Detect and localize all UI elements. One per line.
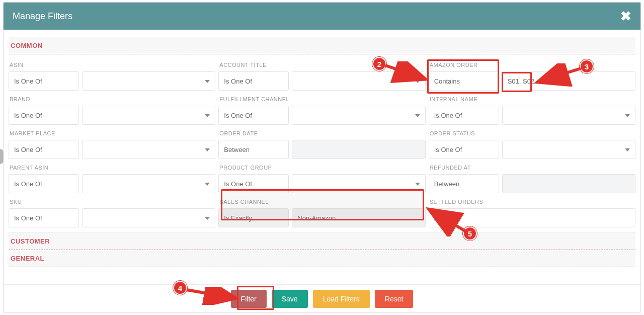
label-amazon-order: AMAZON ORDER — [429, 58, 635, 69]
label-sales-channel: SALES CHANNEL — [218, 195, 425, 206]
label-account-title: ACCOUNT TITLE — [218, 58, 425, 69]
section-customer[interactable]: CUSTOMER — [9, 232, 635, 250]
save-button[interactable]: Save — [272, 290, 308, 308]
label-product-group: PRODUCT GROUP — [218, 161, 425, 172]
load-filters-button[interactable]: Load Filters — [313, 290, 370, 308]
order-date-operator-select[interactable]: Between — [218, 140, 289, 159]
order-status-operator-select[interactable]: Is One Of — [429, 140, 499, 159]
refunded-at-operator-select[interactable]: Between — [429, 174, 499, 193]
side-tab[interactable] — [0, 149, 4, 164]
column-2: ACCOUNT TITLE Is One Of FULFILLMENT CHAN… — [218, 58, 425, 227]
chevron-down-icon — [415, 80, 420, 83]
fulfillment-channel-value-select[interactable] — [292, 106, 425, 125]
chevron-down-icon — [415, 183, 420, 186]
product-group-operator-select[interactable]: Is One Of — [218, 174, 289, 193]
label-fulfillment-channel: FULFILLMENT CHANNEL — [218, 93, 425, 104]
parent-asin-operator-select[interactable]: Is One Of — [9, 174, 79, 193]
chevron-down-icon — [205, 217, 210, 220]
modal-header: Manage Filters ✖ — [4, 3, 640, 30]
account-title-operator-select[interactable]: Is One Of — [218, 71, 289, 91]
refunded-at-value-input[interactable] — [502, 174, 635, 193]
chevron-down-icon — [205, 80, 210, 83]
section-general[interactable]: GENERAL — [9, 250, 635, 267]
product-group-value-select[interactable] — [292, 174, 425, 193]
chevron-down-icon — [205, 148, 210, 151]
label-internal-name: INTERNAL NAME — [429, 93, 635, 104]
brand-value-select[interactable] — [82, 106, 215, 125]
amazon-order-value-input[interactable]: S01, S02 — [502, 71, 635, 91]
asin-value-select[interactable] — [82, 71, 215, 91]
marketplace-value-select[interactable] — [82, 140, 215, 159]
column-3: AMAZON ORDER Contains S01, S02 INTERNAL … — [429, 58, 635, 227]
asin-operator-select[interactable]: Is One Of — [9, 71, 79, 91]
modal-body: COMMON ASIN Is One Of BRAND Is One Of MA… — [4, 30, 640, 267]
label-parent-asin: PARENT ASIN — [9, 161, 215, 172]
label-order-status: ORDER STATUS — [429, 127, 635, 138]
label-marketplace: MARKET PLACE — [9, 127, 215, 138]
sales-channel-value-input[interactable]: Non-Amazon — [292, 208, 425, 227]
reset-button[interactable]: Reset — [375, 290, 414, 308]
sku-operator-select[interactable]: Is One Of — [9, 208, 79, 227]
sku-value-select[interactable] — [82, 208, 215, 227]
brand-operator-select[interactable]: Is One Of — [9, 106, 79, 125]
close-icon[interactable]: ✖ — [620, 10, 631, 23]
chevron-down-icon — [415, 114, 420, 117]
internal-name-value-select[interactable] — [502, 106, 635, 125]
marketplace-operator-select[interactable]: Is One Of — [9, 140, 79, 159]
internal-name-operator-select[interactable]: Is One Of — [429, 106, 499, 125]
label-asin: ASIN — [9, 58, 215, 69]
settled-orders-select[interactable]: All — [429, 208, 635, 227]
order-date-value-input[interactable] — [292, 140, 425, 159]
chevron-down-icon — [205, 183, 210, 186]
chevron-down-icon — [625, 114, 630, 117]
label-sku: SKU — [9, 195, 215, 206]
column-1: ASIN Is One Of BRAND Is One Of MARKET PL… — [9, 58, 215, 227]
label-refunded-at: REFUNDED AT — [429, 161, 635, 172]
manage-filters-modal: Manage Filters ✖ COMMON ASIN Is One Of B… — [3, 2, 641, 313]
filter-button[interactable]: Filter — [231, 290, 267, 308]
chevron-down-icon — [205, 114, 210, 117]
label-settled-orders: SETTLED ORDERS — [429, 195, 635, 206]
fulfillment-channel-operator-select[interactable]: Is One Of — [218, 106, 289, 125]
parent-asin-value-select[interactable] — [82, 174, 215, 193]
chevron-down-icon — [625, 148, 630, 151]
order-status-value-select[interactable] — [502, 140, 635, 159]
modal-footer: Filter Save Load Filters Reset — [4, 284, 640, 312]
common-columns: ASIN Is One Of BRAND Is One Of MARKET PL… — [9, 54, 635, 228]
amazon-order-operator-select[interactable]: Contains — [429, 71, 499, 91]
sales-channel-operator-select[interactable]: Is Exactly — [218, 208, 289, 227]
label-order-date: ORDER DATE — [218, 127, 425, 138]
section-common[interactable]: COMMON — [9, 37, 635, 54]
label-brand: BRAND — [9, 93, 215, 104]
modal-title: Manage Filters — [13, 11, 72, 22]
account-title-value-select[interactable] — [292, 71, 425, 91]
